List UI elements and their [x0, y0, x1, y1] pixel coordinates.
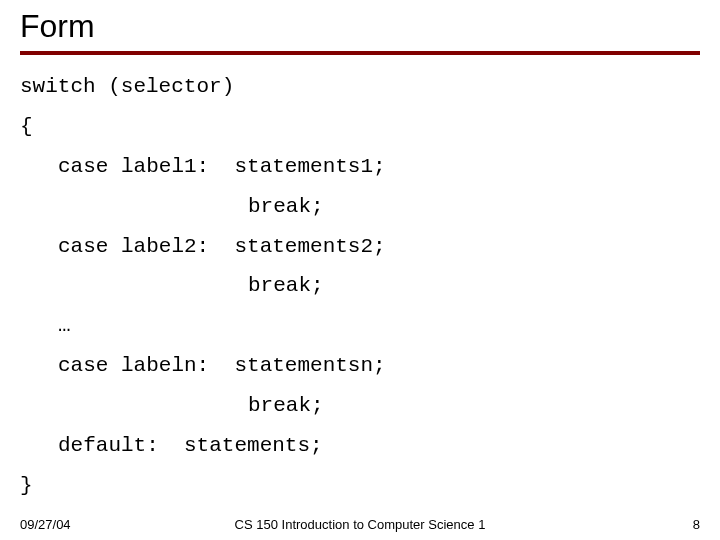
code-line: } [20, 466, 700, 506]
code-line: default: statements; [20, 426, 700, 466]
slide: Form switch (selector) { case label1: st… [0, 0, 720, 540]
slide-title: Form [20, 8, 700, 45]
code-line: case label2: statements2; [20, 227, 700, 267]
code-line: switch (selector) [20, 67, 700, 107]
title-divider [20, 51, 700, 55]
code-line: case labeln: statementsn; [20, 346, 700, 386]
code-line: break; [20, 386, 700, 426]
footer: 09/27/04 CS 150 Introduction to Computer… [0, 517, 720, 532]
footer-date: 09/27/04 [20, 517, 71, 532]
code-line: … [20, 306, 700, 346]
footer-page: 8 [693, 517, 700, 532]
code-line: case label1: statements1; [20, 147, 700, 187]
code-line: break; [20, 266, 700, 306]
footer-course: CS 150 Introduction to Computer Science … [235, 517, 486, 532]
code-line: break; [20, 187, 700, 227]
code-block: switch (selector) { case label1: stateme… [20, 67, 700, 540]
code-line: { [20, 107, 700, 147]
